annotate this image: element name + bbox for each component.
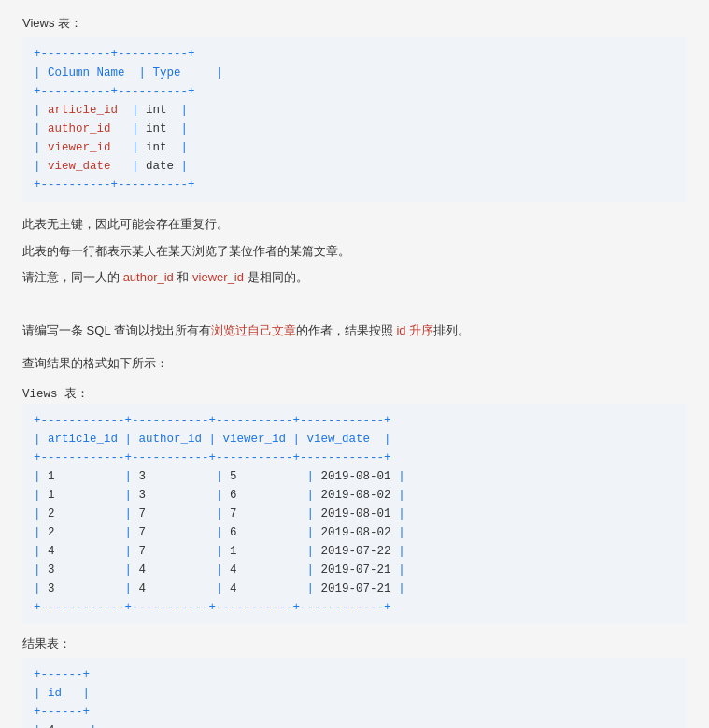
desc-line-1: 此表无主键，因此可能会存在重复行。: [22, 213, 687, 236]
views-header-label: Views 表：: [22, 15, 687, 32]
question-text: 请编写一条 SQL 查询以找出所有有浏览过自己文章的作者，结果按照 id 升序排…: [22, 320, 687, 343]
result-format-label: 查询结果的格式如下所示：: [22, 352, 687, 376]
views-header-section: Views 表： +----------+----------+ | Colum…: [22, 15, 687, 202]
desc-line-2: 此表的每一行都表示某人在某天浏览了某位作者的某篇文章。: [22, 240, 687, 264]
spacer-1: [22, 301, 687, 320]
result-section: 结果表： +------+ | id | +------+ | 4 | | 7 …: [22, 635, 687, 728]
schema-code-block: +----------+----------+ | Column Name | …: [22, 37, 687, 202]
example-code-block: +------------+-----------+-----------+--…: [22, 404, 687, 624]
result-label: 结果表：: [22, 635, 687, 652]
example-views-label: Views 表：: [22, 386, 687, 402]
example-section: Views 表： +------------+-----------+-----…: [22, 386, 687, 624]
result-code-block: +------+ | id | +------+ | 4 | | 7 | +--…: [22, 658, 687, 728]
description-section: 此表无主键，因此可能会存在重复行。 此表的每一行都表示某人在某天浏览了某位作者的…: [22, 213, 687, 290]
question-section: 请编写一条 SQL 查询以找出所有有浏览过自己文章的作者，结果按照 id 升序排…: [22, 320, 687, 375]
desc-line-3: 请注意，同一人的 author_id 和 viewer_id 是相同的。: [22, 266, 687, 290]
